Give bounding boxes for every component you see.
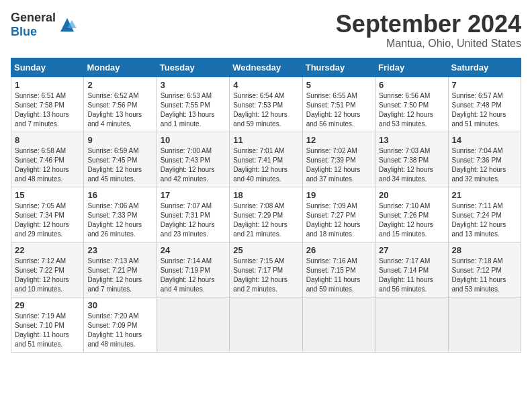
month-title: September 2024 (336, 11, 521, 38)
calendar-cell: 16 Sunrise: 7:06 AM Sunset: 7:33 PM Dayl… (84, 187, 157, 242)
day-info: Sunrise: 7:02 AM Sunset: 7:39 PM Dayligh… (306, 146, 371, 184)
day-info: Sunrise: 7:19 AM Sunset: 7:10 PM Dayligh… (15, 312, 80, 349)
day-number: 23 (87, 245, 152, 255)
calendar-cell: 12 Sunrise: 7:02 AM Sunset: 7:39 PM Dayl… (302, 132, 375, 187)
day-number: 16 (87, 190, 152, 200)
calendar-cell (157, 297, 229, 352)
calendar-cell: 2 Sunrise: 6:52 AM Sunset: 7:56 PM Dayli… (84, 77, 157, 132)
day-number: 9 (87, 135, 152, 145)
day-info: Sunrise: 6:54 AM Sunset: 7:53 PM Dayligh… (233, 91, 298, 129)
day-number: 10 (161, 135, 226, 145)
calendar-cell: 30 Sunrise: 7:20 AM Sunset: 7:09 PM Dayl… (84, 297, 157, 352)
calendar-cell: 9 Sunrise: 6:59 AM Sunset: 7:45 PM Dayli… (84, 132, 157, 187)
day-info: Sunrise: 6:58 AM Sunset: 7:46 PM Dayligh… (15, 146, 80, 184)
day-info: Sunrise: 7:01 AM Sunset: 7:41 PM Dayligh… (233, 146, 298, 184)
calendar-cell (448, 297, 521, 352)
day-info: Sunrise: 7:07 AM Sunset: 7:31 PM Dayligh… (161, 201, 226, 239)
calendar-cell: 27 Sunrise: 7:17 AM Sunset: 7:14 PM Dayl… (375, 242, 448, 297)
day-info: Sunrise: 7:03 AM Sunset: 7:38 PM Dayligh… (379, 146, 444, 184)
calendar-header-thursday: Thursday (302, 58, 375, 77)
day-number: 12 (306, 135, 371, 145)
day-number: 26 (306, 245, 371, 255)
day-number: 24 (161, 245, 226, 255)
day-number: 1 (15, 80, 80, 90)
calendar-cell: 21 Sunrise: 7:11 AM Sunset: 7:24 PM Dayl… (448, 187, 521, 242)
day-number: 22 (15, 245, 80, 255)
day-number: 5 (306, 80, 371, 90)
calendar-cell: 8 Sunrise: 6:58 AM Sunset: 7:46 PM Dayli… (11, 132, 84, 187)
day-info: Sunrise: 6:55 AM Sunset: 7:51 PM Dayligh… (306, 91, 371, 129)
day-info: Sunrise: 6:52 AM Sunset: 7:56 PM Dayligh… (87, 91, 152, 129)
day-number: 29 (15, 300, 80, 310)
day-number: 6 (379, 80, 444, 90)
calendar-cell (230, 297, 302, 352)
calendar-cell: 22 Sunrise: 7:12 AM Sunset: 7:22 PM Dayl… (11, 242, 84, 297)
logo-blue: Blue (11, 25, 37, 38)
calendar-week-row: 1 Sunrise: 6:51 AM Sunset: 7:58 PM Dayli… (11, 77, 521, 132)
logo-icon (57, 15, 77, 35)
calendar-cell: 29 Sunrise: 7:19 AM Sunset: 7:10 PM Dayl… (11, 297, 84, 352)
day-number: 17 (161, 190, 226, 200)
day-number: 30 (87, 300, 152, 310)
day-number: 8 (15, 135, 80, 145)
calendar-cell: 19 Sunrise: 7:09 AM Sunset: 7:27 PM Dayl… (302, 187, 375, 242)
day-number: 14 (452, 135, 517, 145)
day-info: Sunrise: 7:18 AM Sunset: 7:12 PM Dayligh… (452, 257, 517, 294)
calendar-cell: 18 Sunrise: 7:08 AM Sunset: 7:29 PM Dayl… (230, 187, 302, 242)
logo: General Blue (11, 11, 77, 39)
day-info: Sunrise: 6:57 AM Sunset: 7:48 PM Dayligh… (452, 91, 517, 129)
calendar-header-saturday: Saturday (448, 58, 521, 77)
day-info: Sunrise: 6:51 AM Sunset: 7:58 PM Dayligh… (15, 91, 80, 129)
calendar-cell: 20 Sunrise: 7:10 AM Sunset: 7:26 PM Dayl… (375, 187, 448, 242)
calendar-cell: 17 Sunrise: 7:07 AM Sunset: 7:31 PM Dayl… (157, 187, 229, 242)
day-info: Sunrise: 7:11 AM Sunset: 7:24 PM Dayligh… (452, 201, 517, 239)
day-number: 20 (379, 190, 444, 200)
day-info: Sunrise: 7:05 AM Sunset: 7:34 PM Dayligh… (15, 201, 80, 239)
calendar-cell: 5 Sunrise: 6:55 AM Sunset: 7:51 PM Dayli… (302, 77, 375, 132)
calendar-cell: 26 Sunrise: 7:16 AM Sunset: 7:15 PM Dayl… (302, 242, 375, 297)
calendar-cell: 23 Sunrise: 7:13 AM Sunset: 7:21 PM Dayl… (84, 242, 157, 297)
calendar-cell (375, 297, 448, 352)
day-info: Sunrise: 7:09 AM Sunset: 7:27 PM Dayligh… (306, 201, 371, 239)
day-info: Sunrise: 6:59 AM Sunset: 7:45 PM Dayligh… (87, 146, 152, 184)
calendar-week-row: 22 Sunrise: 7:12 AM Sunset: 7:22 PM Dayl… (11, 242, 521, 297)
day-number: 25 (233, 245, 298, 255)
calendar-week-row: 15 Sunrise: 7:05 AM Sunset: 7:34 PM Dayl… (11, 187, 521, 242)
calendar-cell: 15 Sunrise: 7:05 AM Sunset: 7:34 PM Dayl… (11, 187, 84, 242)
day-info: Sunrise: 7:15 AM Sunset: 7:17 PM Dayligh… (233, 257, 298, 294)
day-info: Sunrise: 7:16 AM Sunset: 7:15 PM Dayligh… (306, 257, 371, 294)
day-number: 21 (452, 190, 517, 200)
calendar-cell: 13 Sunrise: 7:03 AM Sunset: 7:38 PM Dayl… (375, 132, 448, 187)
calendar-cell: 3 Sunrise: 6:53 AM Sunset: 7:55 PM Dayli… (157, 77, 229, 132)
calendar-table: SundayMondayTuesdayWednesdayThursdayFrid… (11, 58, 521, 353)
logo-text: General Blue (11, 11, 56, 39)
calendar-cell: 7 Sunrise: 6:57 AM Sunset: 7:48 PM Dayli… (448, 77, 521, 132)
day-info: Sunrise: 7:17 AM Sunset: 7:14 PM Dayligh… (379, 257, 444, 294)
day-info: Sunrise: 6:56 AM Sunset: 7:50 PM Dayligh… (379, 91, 444, 129)
calendar-header-row: SundayMondayTuesdayWednesdayThursdayFrid… (11, 58, 521, 77)
day-number: 18 (233, 190, 298, 200)
calendar-header-friday: Friday (375, 58, 448, 77)
calendar-cell (302, 297, 375, 352)
day-info: Sunrise: 6:53 AM Sunset: 7:55 PM Dayligh… (161, 91, 226, 129)
calendar-cell: 28 Sunrise: 7:18 AM Sunset: 7:12 PM Dayl… (448, 242, 521, 297)
day-number: 13 (379, 135, 444, 145)
day-info: Sunrise: 7:06 AM Sunset: 7:33 PM Dayligh… (87, 201, 152, 239)
calendar-header-wednesday: Wednesday (230, 58, 302, 77)
day-number: 19 (306, 190, 371, 200)
day-info: Sunrise: 7:10 AM Sunset: 7:26 PM Dayligh… (379, 201, 444, 239)
calendar-cell: 14 Sunrise: 7:04 AM Sunset: 7:36 PM Dayl… (448, 132, 521, 187)
calendar-cell: 11 Sunrise: 7:01 AM Sunset: 7:41 PM Dayl… (230, 132, 302, 187)
calendar-header-sunday: Sunday (11, 58, 84, 77)
day-info: Sunrise: 7:04 AM Sunset: 7:36 PM Dayligh… (452, 146, 517, 184)
day-info: Sunrise: 7:08 AM Sunset: 7:29 PM Dayligh… (233, 201, 298, 239)
day-info: Sunrise: 7:14 AM Sunset: 7:19 PM Dayligh… (161, 257, 226, 294)
day-info: Sunrise: 7:20 AM Sunset: 7:09 PM Dayligh… (87, 312, 152, 349)
day-info: Sunrise: 7:13 AM Sunset: 7:21 PM Dayligh… (87, 257, 152, 294)
day-number: 4 (233, 80, 298, 90)
day-info: Sunrise: 7:00 AM Sunset: 7:43 PM Dayligh… (161, 146, 226, 184)
calendar-week-row: 8 Sunrise: 6:58 AM Sunset: 7:46 PM Dayli… (11, 132, 521, 187)
calendar-cell: 25 Sunrise: 7:15 AM Sunset: 7:17 PM Dayl… (230, 242, 302, 297)
day-number: 7 (452, 80, 517, 90)
logo-general: General (11, 11, 56, 24)
